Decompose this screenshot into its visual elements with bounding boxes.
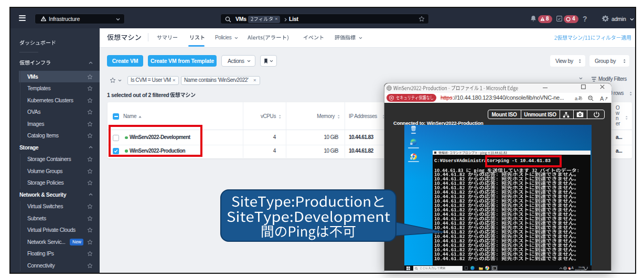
svg-text:A: A bbox=[571, 266, 574, 270]
svg-text:A: A bbox=[600, 95, 604, 102]
